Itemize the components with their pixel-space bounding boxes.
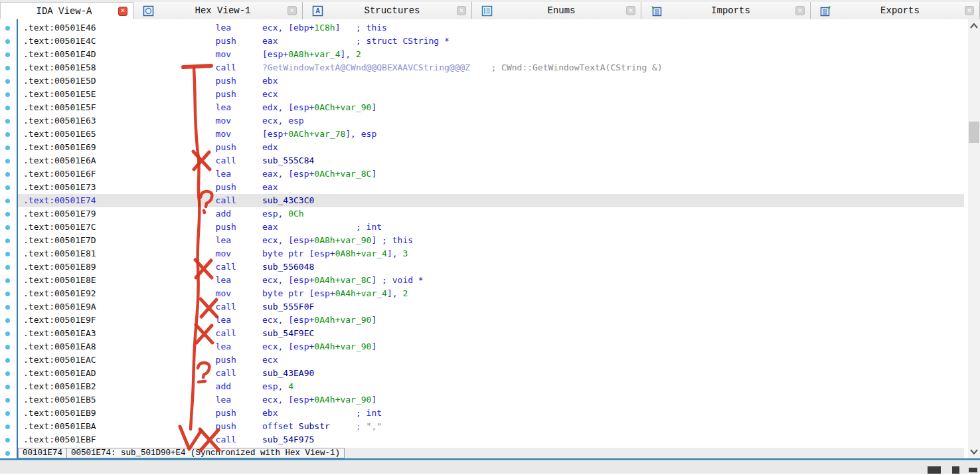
asm-line[interactable]: .text:00501EAD call sub_43EA90 (18, 367, 964, 380)
asm-line[interactable]: .text:00501E69 push edx (18, 141, 964, 154)
asm-line[interactable]: .text:00501E65 mov [esp+0ACh+var_78], es… (18, 128, 964, 141)
asm-line[interactable]: .text:00501E74 call sub_43C3C0 (18, 194, 964, 207)
line-marker-dot-icon (5, 159, 10, 163)
tab-label: Enums (497, 5, 626, 16)
asm-line[interactable]: .text:00501E5D push ebx (18, 74, 964, 88)
address: .text:00501EB5 (23, 395, 216, 405)
tab-imports[interactable]: Imports ✕ (641, 2, 811, 19)
line-marker-dot-icon (5, 438, 10, 442)
line-marker-dot-icon (5, 318, 10, 323)
address: .text:00501E7D (23, 235, 216, 245)
cursor-position-indicator: 00501E74: sub_501D90+E4 (Synchronized wi… (66, 448, 344, 458)
address: .text:00501E79 (23, 209, 216, 219)
address: .text:00501E9A (23, 302, 216, 312)
address: .text:00501EA3 (23, 328, 216, 338)
tab-label: Structures (327, 5, 457, 16)
address: .text:00501E81 (23, 248, 216, 258)
asm-line[interactable]: .text:00501E79 add esp, 0Ch (18, 207, 964, 221)
close-icon[interactable]: ✕ (795, 6, 805, 15)
asm-line[interactable]: .text:00501E4D mov [esp+0A8h+var_4], 2 (18, 48, 964, 61)
asm-line[interactable]: .text:00501E5E push ecx (18, 88, 964, 101)
asm-line[interactable]: .text:00501EBA push offset Substr ; "," (18, 420, 964, 433)
tab-exports[interactable]: Exports ✕ (811, 2, 980, 19)
vertical-scrollbar[interactable] (968, 19, 980, 458)
line-marker-dot-icon (5, 79, 10, 84)
status-bar: 00101E74 00501E74: sub_501D90+E4 (Synchr… (18, 448, 964, 458)
asm-line[interactable]: .text:00501E73 push eax (18, 181, 964, 194)
address: .text:00501EB2 (23, 381, 216, 391)
line-marker-dot-icon (5, 225, 10, 230)
asm-line[interactable]: .text:00501EB5 lea ecx, [esp+0A4h+var_90… (18, 393, 964, 407)
tab-bar: IDA View-A ✕ Hex View-1 ✕ A Structures ✕ (0, 0, 980, 19)
asm-line[interactable]: .text:00501E89 call sub_556048 (18, 260, 964, 274)
line-marker-dot-icon (5, 106, 10, 110)
address: .text:00501E65 (23, 129, 216, 139)
asm-line[interactable]: .text:00501E9A call sub_555F0F (18, 300, 964, 314)
asm-line[interactable]: .text:00501E58 call ?GetWindowTextA@CWnd… (18, 61, 964, 74)
taskbar-icon[interactable] (952, 466, 959, 474)
asm-line[interactable]: .text:00501E5F lea edx, [esp+0ACh+var_90… (18, 101, 964, 114)
scrollbar-thumb[interactable] (969, 122, 979, 143)
address: .text:00501E6A (23, 155, 216, 165)
line-marker-dot-icon (5, 119, 10, 124)
close-icon[interactable]: ✕ (118, 7, 127, 16)
address: .text:00501E4D (23, 49, 216, 59)
asm-line[interactable]: .text:00501E92 mov byte ptr [esp+0A4h+va… (18, 287, 964, 300)
address: .text:00501EAC (23, 355, 216, 365)
asm-line[interactable]: .text:00501EB2 add esp, 4 (18, 380, 964, 393)
address: .text:00501E5F (23, 102, 216, 112)
tab-hex-view-1[interactable]: Hex View-1 ✕ (133, 2, 303, 19)
asm-line[interactable]: .text:00501E8E lea ecx, [esp+0A4h+var_8C… (18, 274, 964, 287)
asm-line[interactable]: .text:00501E63 mov ecx, esp (18, 114, 964, 128)
address: .text:00501E69 (23, 142, 216, 152)
asm-line[interactable]: .text:00501EAC push ecx (18, 353, 964, 367)
enums-icon (481, 5, 493, 17)
close-icon[interactable]: ✕ (287, 6, 297, 15)
line-marker-dot-icon (5, 398, 10, 403)
scroll-down-icon[interactable] (968, 446, 980, 457)
asm-line[interactable]: .text:00501EA3 call sub_54F9EC (18, 327, 964, 340)
line-marker-dot-icon (5, 411, 10, 416)
line-marker-dot-icon (5, 385, 10, 389)
asm-line[interactable]: .text:00501E6A call sub_555C84 (18, 154, 964, 167)
asm-line[interactable]: .text:00501EBF call sub_54F975 (18, 433, 964, 446)
line-marker-dot-icon (5, 52, 10, 57)
taskbar-icon[interactable] (928, 466, 941, 474)
bottom-window-strip (0, 460, 980, 474)
line-marker-dot-icon (5, 172, 10, 177)
line-marker-dot-icon (5, 26, 10, 31)
address: .text:00501E6F (23, 169, 216, 179)
address: .text:00501E8E (23, 275, 216, 285)
line-marker-dot-icon (5, 185, 10, 190)
line-marker-dot-icon (5, 371, 10, 376)
asm-line[interactable]: .text:00501E46 lea ecx, [ebp+1C8h] ; thi… (18, 21, 964, 35)
address: .text:00501E89 (23, 262, 216, 272)
asm-line[interactable]: .text:00501EB9 push ebx ; int (18, 407, 964, 420)
line-marker-dot-icon (5, 278, 10, 283)
address: .text:00501E74 (23, 195, 216, 205)
close-icon[interactable]: ✕ (965, 6, 974, 15)
line-marker-dot-icon (5, 252, 10, 256)
tab-ida-view-a[interactable]: IDA View-A ✕ (0, 2, 133, 19)
close-icon[interactable]: ✕ (457, 6, 466, 15)
asm-line[interactable]: .text:00501E81 mov byte ptr [esp+0A8h+va… (18, 247, 964, 260)
tab-enums[interactable]: Enums ✕ (472, 2, 641, 19)
asm-line[interactable]: .text:00501E7C push eax ; int (18, 221, 964, 234)
address: .text:00501E9F (23, 315, 216, 325)
address: .text:00501EBF (23, 434, 216, 444)
asm-line[interactable]: .text:00501E9F lea ecx, [esp+0A4h+var_90… (18, 314, 964, 327)
asm-line[interactable]: .text:00501E4C push eax ; struct CString… (18, 35, 964, 48)
scroll-up-icon[interactable] (968, 21, 980, 31)
close-icon[interactable]: ✕ (626, 6, 635, 15)
line-marker-dot-icon (5, 425, 10, 429)
asm-line[interactable]: .text:00501EA8 lea ecx, [esp+0A4h+var_90… (18, 340, 964, 353)
asm-line[interactable]: .text:00501E6F lea eax, [esp+0ACh+var_8C… (18, 167, 964, 181)
imports-icon (651, 5, 662, 17)
taskbar-icon[interactable] (969, 468, 977, 472)
address: .text:00501E7C (23, 222, 216, 232)
asm-line[interactable]: .text:00501E7D lea ecx, [esp+0A8h+var_90… (18, 234, 964, 247)
tab-structures[interactable]: A Structures ✕ (303, 2, 472, 19)
tab-label: IDA View-A (10, 6, 118, 17)
address: .text:00501E5E (23, 89, 216, 99)
line-marker-dot-icon (5, 145, 10, 150)
